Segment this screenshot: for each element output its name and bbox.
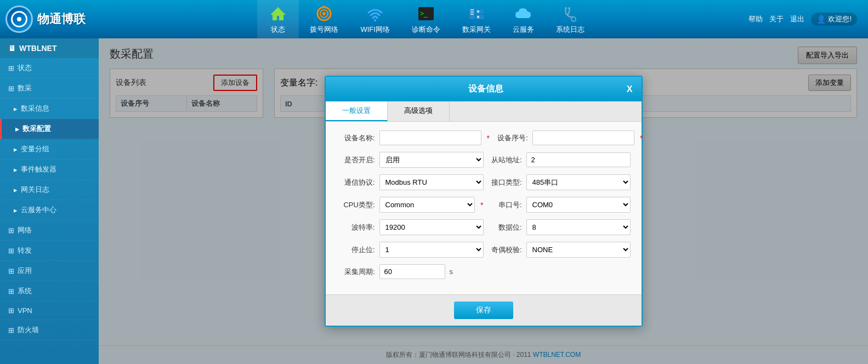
logout-link[interactable]: 退出	[790, 14, 804, 24]
select-comport[interactable]: COM0 COM1 COM2	[526, 197, 631, 213]
nav-dialup[interactable]: 拨号网络	[299, 0, 349, 39]
grid-icon-8	[8, 326, 14, 334]
sidebar-item-vpn[interactable]: VPN	[0, 302, 99, 320]
sidebar-item-gateway-log[interactable]: 网关日志	[0, 180, 99, 200]
select-enable[interactable]: 启用 禁用	[379, 152, 484, 168]
period-unit: s	[450, 268, 453, 276]
sidebar-item-forward[interactable]: 转发	[0, 241, 99, 261]
form-col-cpu: CPU类型: Common X86 ARM *	[337, 197, 484, 213]
form-col-slave-addr: 从站地址:	[484, 152, 631, 167]
form-col-enable: 是否开启: 启用 禁用	[337, 152, 484, 168]
form-row-7: 采集周期: s	[337, 264, 631, 279]
nav-syslog-label: 系统日志	[556, 25, 585, 35]
form-row-1: 设备名称: * 设备序号: *	[337, 130, 631, 145]
nav-status-label: 状态	[271, 25, 285, 35]
input-device-name[interactable]	[379, 130, 481, 145]
nav-cloud[interactable]: 云服务	[502, 0, 545, 39]
nav-cloud-label: 云服务	[513, 25, 534, 35]
tab-general[interactable]: 一般设置	[326, 101, 388, 121]
nav-syslog[interactable]: 系统日志	[545, 0, 595, 39]
home-icon	[268, 4, 288, 24]
tab-advanced[interactable]: 高级选项	[388, 101, 450, 121]
nav-cmd[interactable]: >_ 诊断命令	[401, 0, 451, 39]
svg-rect-9	[470, 9, 474, 10]
sidebar-brand: 🖥 WTBLNET	[0, 38, 99, 58]
arrow-icon-3	[14, 145, 18, 153]
grid-icon-4	[8, 247, 14, 255]
select-parity[interactable]: NONE ODD EVEN	[526, 242, 631, 258]
label-stopbits: 停止位:	[337, 245, 375, 255]
modal-close-button[interactable]: X	[627, 84, 633, 94]
form-col-stopbits: 停止位: 1 2	[337, 242, 484, 258]
sidebar-item-status[interactable]: 状态	[0, 58, 99, 78]
select-cpu[interactable]: Common X86 ARM	[379, 197, 475, 213]
arrow-icon-1	[14, 105, 18, 113]
sidebar-monitor-icon: 🖥	[8, 44, 16, 53]
logo-text: 物通博联	[37, 11, 86, 27]
select-protocol[interactable]: Modbus RTU Modbus TCP	[379, 174, 484, 190]
label-comport: 串口号:	[484, 200, 522, 210]
svg-rect-13	[477, 10, 479, 13]
modal-tabs: 一般设置 高级选项	[326, 101, 642, 122]
nav-wifi-label: WIFI网络	[360, 25, 389, 35]
sidebar-item-variable-group[interactable]: 变量分组	[0, 139, 99, 160]
nav-cmd-label: 诊断命令	[412, 25, 440, 35]
top-right: 帮助 关于 退出 👤 欢迎您!	[748, 13, 863, 26]
sidebar-brand-text: WTBLNET	[19, 44, 56, 53]
about-link[interactable]: 关于	[769, 14, 784, 24]
form-row-5: 波特率: 9600 19200 38400 115200 数据位: 7	[337, 219, 631, 235]
sidebar: 🖥 WTBLNET 状态 数采 数采信息 数采配置 变量分组 事件触发器	[0, 38, 99, 364]
sidebar-item-network[interactable]: 网络	[0, 220, 99, 241]
arrow-icon-6	[14, 206, 18, 214]
select-stopbits[interactable]: 1 2	[379, 242, 484, 258]
select-databits[interactable]: 7 8	[526, 219, 631, 235]
select-interface[interactable]: 485串口 232串口 TCP	[526, 174, 631, 190]
nav-status[interactable]: 状态	[257, 0, 299, 39]
input-period[interactable]	[379, 264, 445, 279]
sidebar-item-collect-config[interactable]: 数采配置	[0, 119, 99, 139]
svg-point-3	[322, 12, 326, 15]
form-row-2: 是否开启: 启用 禁用 从站地址:	[337, 152, 631, 168]
sidebar-item-system[interactable]: 系统	[0, 281, 99, 302]
required-marker-2: *	[640, 134, 643, 143]
nav-gateway[interactable]: 数采网关	[451, 0, 502, 39]
sidebar-item-event-trigger[interactable]: 事件触发器	[0, 160, 99, 180]
grid-icon-6	[8, 287, 14, 295]
input-device-num[interactable]	[532, 130, 634, 145]
wifi-icon	[365, 4, 385, 24]
sidebar-item-cloud-center[interactable]: 云服务中心	[0, 200, 99, 220]
grid-icon-5	[8, 267, 14, 275]
form-col-parity: 奇偶校验: NONE ODD EVEN	[484, 242, 631, 258]
svg-point-5	[374, 19, 376, 21]
svg-marker-0	[270, 7, 286, 20]
form-col-baudrate: 波特率: 9600 19200 38400 115200	[337, 219, 484, 235]
svg-point-18	[568, 7, 570, 9]
label-device-name: 设备名称:	[337, 133, 375, 143]
help-link[interactable]: 帮助	[748, 14, 763, 24]
terminal-icon: >_	[416, 4, 436, 24]
input-slave-addr[interactable]	[526, 152, 631, 167]
sidebar-item-collect[interactable]: 数采	[0, 78, 99, 99]
modal-footer: 保存	[326, 294, 642, 326]
select-baudrate[interactable]: 9600 19200 38400 115200	[379, 219, 484, 235]
sidebar-item-collect-info[interactable]: 数采信息	[0, 99, 99, 119]
grid-icon-2	[8, 84, 14, 93]
save-button[interactable]: 保存	[454, 302, 513, 319]
sidebar-item-app[interactable]: 应用	[0, 261, 99, 281]
sidebar-item-firewall[interactable]: 防火墙	[0, 320, 99, 340]
form-col-device-num: 设备序号: *	[490, 130, 643, 145]
form-row-4: CPU类型: Common X86 ARM * 串口号: COM0	[337, 197, 631, 213]
svg-rect-10	[470, 12, 474, 13]
logo-icon	[5, 5, 33, 33]
label-slave-addr: 从站地址:	[484, 155, 522, 165]
nav-dialup-label: 拨号网络	[310, 25, 338, 35]
arrow-icon-4	[14, 166, 18, 174]
label-enable: 是否开启:	[337, 155, 375, 165]
welcome-badge: 👤 欢迎您!	[811, 13, 857, 26]
modal-body: 设备名称: * 设备序号: * 是否开启:	[326, 122, 642, 294]
nav-wifi[interactable]: WIFI网络	[349, 0, 400, 39]
stethoscope-icon	[560, 4, 580, 24]
antenna-icon	[314, 4, 334, 24]
nav-gateway-label: 数采网关	[462, 25, 491, 35]
main-layout: 🖥 WTBLNET 状态 数采 数采信息 数采配置 变量分组 事件触发器	[0, 38, 868, 364]
